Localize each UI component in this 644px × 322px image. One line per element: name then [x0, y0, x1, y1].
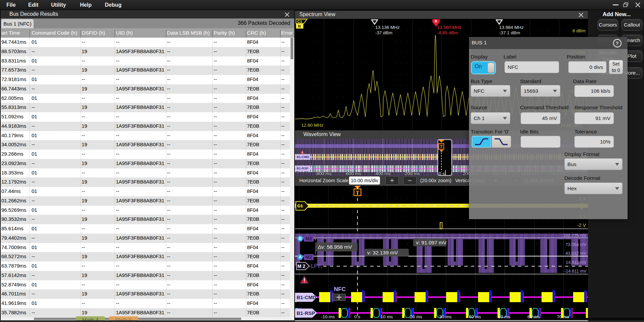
svg-text:?: ? [616, 40, 619, 46]
svg-text:R: R [435, 19, 437, 23]
svg-text:N: N [298, 24, 301, 28]
svg-text:M 2: M 2 [298, 264, 306, 269]
svg-text:C1: C1 [297, 19, 302, 24]
svg-text:C1: C1 [297, 203, 303, 208]
